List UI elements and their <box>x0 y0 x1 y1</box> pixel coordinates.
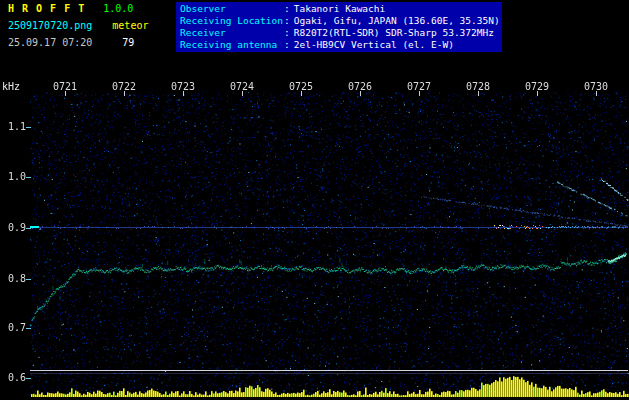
y-tick-label: 0.7 <box>6 322 26 333</box>
file-line: 2509170720.png meteor <box>8 20 176 37</box>
info-row-location: Receiving Location:Ogaki, Gifu, JAPAN (1… <box>180 15 498 27</box>
y-tick-label: 1.0 <box>6 171 26 182</box>
echo-count: 79 <box>122 37 134 48</box>
app-version: 1.0.0 <box>103 3 133 14</box>
info-value: Ogaki, Gifu, JAPAN (136.60E, 35.35N) <box>294 15 500 26</box>
x-tick-label: 0721 <box>52 81 78 92</box>
header-left: H R O F F T 1.0.0 2509170720.png meteor … <box>8 3 176 54</box>
record-datetime: 25.09.17 07:20 <box>8 37 92 48</box>
info-row-antenna: Receiving antenna:2el-HB9CV Vertical (el… <box>180 39 498 51</box>
info-separator: : <box>284 15 290 26</box>
header: H R O F F T 1.0.0 2509170720.png meteor … <box>0 0 629 78</box>
spectrogram-canvas <box>0 78 629 400</box>
info-separator: : <box>284 39 290 50</box>
x-tick-label: 0728 <box>465 81 491 92</box>
info-separator: : <box>284 3 290 14</box>
x-tick-label: 0729 <box>524 81 550 92</box>
info-panel: Observer:Takanori Kawachi Receiving Loca… <box>176 2 502 52</box>
info-row-observer: Observer:Takanori Kawachi <box>180 3 498 15</box>
y-tick-label: 1.1 <box>6 121 26 132</box>
x-tick-label: 0726 <box>347 81 373 92</box>
y-axis-unit-label: kHz <box>2 81 20 92</box>
mode-label: meteor <box>112 20 148 31</box>
x-tick-label: 0722 <box>111 81 137 92</box>
x-tick-label: 0727 <box>406 81 432 92</box>
info-value: Takanori Kawachi <box>294 3 386 14</box>
info-label: Receiving antenna <box>180 39 284 51</box>
y-tick-label: 0.6 <box>6 372 26 383</box>
app-title: H R O F F T <box>8 3 85 14</box>
time-line: 25.09.17 07:20 79 <box>8 37 176 54</box>
x-tick-label: 0724 <box>229 81 255 92</box>
info-separator: : <box>284 27 290 38</box>
info-row-receiver: Receiver:R820T2(RTL-SDR) SDR-Sharp 53.37… <box>180 27 498 39</box>
info-label: Receiver <box>180 27 284 39</box>
info-value: 2el-HB9CV Vertical (el. E-W) <box>294 39 454 50</box>
x-tick-label: 0730 <box>583 81 609 92</box>
x-tick-label: 0725 <box>288 81 314 92</box>
spectrogram: kHz 072107220723072407250726072707280729… <box>0 78 629 400</box>
info-label: Receiving Location <box>180 15 284 27</box>
output-filename: 2509170720.png <box>8 20 92 31</box>
y-tick-label: 0.9 <box>6 222 26 233</box>
info-label: Observer <box>180 3 284 15</box>
y-tick-label: 0.8 <box>6 273 26 284</box>
title-line: H R O F F T 1.0.0 <box>8 3 176 20</box>
hrofft-window: H R O F F T 1.0.0 2509170720.png meteor … <box>0 0 629 400</box>
info-value: R820T2(RTL-SDR) SDR-Sharp 53.372MHz <box>294 27 494 38</box>
x-tick-label: 0723 <box>170 81 196 92</box>
